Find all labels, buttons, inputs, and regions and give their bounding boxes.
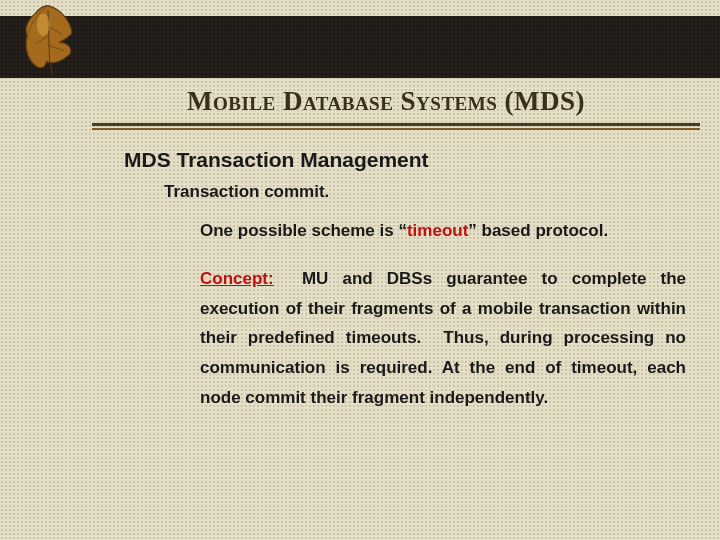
slide-title: Mobile Database Systems (MDS) <box>92 86 680 117</box>
concept-label: Concept: <box>200 269 274 288</box>
svg-point-0 <box>37 14 50 36</box>
subheading: Transaction commit. <box>164 182 700 202</box>
section-heading: MDS Transaction Management <box>124 148 700 172</box>
leaf-icon <box>8 0 88 76</box>
scheme-post: ” based protocol. <box>468 221 608 240</box>
content-area: Mobile Database Systems (MDS) MDS Transa… <box>92 86 700 526</box>
scheme-pre: One possible scheme is “ <box>200 221 407 240</box>
title-rule-2 <box>92 128 700 130</box>
scheme-keyword: timeout <box>407 221 468 240</box>
concept-paragraph: Concept: MU and DBSs guarantee to comple… <box>200 264 686 413</box>
title-rule-1 <box>92 123 700 126</box>
top-decor-strip <box>0 16 720 78</box>
scheme-line: One possible scheme is “timeout” based p… <box>200 216 686 246</box>
